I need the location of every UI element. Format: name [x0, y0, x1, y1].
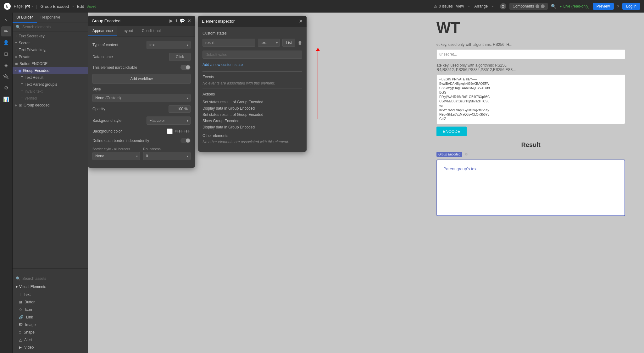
ve-icon[interactable]: ☆ Icon — [13, 306, 88, 313]
data-source-click-btn[interactable]: Click — [169, 53, 191, 61]
group-name-topbar: Group Encoded — [40, 4, 69, 9]
default-value-input[interactable] — [203, 51, 302, 59]
ve-expand-arrow[interactable]: ▾ — [16, 285, 18, 289]
close-icon-ge[interactable]: ✕ — [187, 18, 191, 23]
help-icon-topbar[interactable]: ? — [617, 4, 619, 9]
info-icon[interactable]: ℹ — [175, 18, 177, 23]
page-name: jwt — [25, 4, 30, 8]
ei-close-btn[interactable]: ✕ — [299, 18, 303, 24]
chat-icon[interactable]: 💬 — [180, 18, 185, 23]
logo: b — [4, 3, 11, 10]
separator: | — [36, 4, 37, 9]
login-btn[interactable]: Log in — [622, 3, 640, 10]
tree-item-text-secret[interactable]: T Text Secret key, — [13, 33, 88, 40]
visual-elements-header[interactable]: ▾ Visual Elements — [13, 283, 88, 291]
tree-item-secret[interactable]: ≡ Secret — [13, 40, 88, 46]
style-select[interactable]: None (Custom) — [92, 94, 191, 102]
tree-item-invalid-text[interactable]: T invalid text — [13, 88, 88, 95]
tab-responsive[interactable]: Responsive — [37, 13, 64, 23]
tree-item-text-parent[interactable]: T Text Parent group's — [13, 81, 88, 88]
tab-appearance[interactable]: Appearance — [88, 26, 117, 36]
issues-indicator[interactable]: ⚠ 0 issues — [434, 4, 453, 8]
view-chevron[interactable]: ▾ — [468, 5, 470, 8]
group-encoded-settings-icon[interactable]: ⚙ — [465, 152, 468, 156]
bg-style-select[interactable]: Flat color — [147, 117, 191, 125]
list-icon: ≡ — [15, 55, 17, 59]
preview-btn[interactable]: Preview — [593, 3, 614, 10]
pointer-tool[interactable]: ↖ — [1, 15, 11, 25]
opacity-input[interactable] — [169, 105, 191, 113]
ve-label: Link — [26, 315, 33, 319]
color-swatch[interactable] — [167, 128, 173, 134]
ei-body: Custom states text List 🗑 — [198, 27, 307, 152]
style-tool[interactable]: ◈ — [1, 60, 11, 70]
ve-video[interactable]: ▶ Video — [13, 344, 88, 351]
tab-conditional[interactable]: Conditional — [137, 26, 165, 36]
add-workflow-btn[interactable]: Add workflow — [92, 74, 191, 84]
components-btn[interactable]: Components — [509, 3, 548, 10]
data-tool[interactable]: 👤 — [1, 38, 11, 48]
type-of-content-select[interactable]: text — [147, 41, 191, 49]
delete-state-btn[interactable]: 🗑 — [298, 40, 302, 45]
text-icon: T — [15, 48, 17, 52]
page-chevron[interactable]: ▾ — [31, 5, 33, 8]
action-item-3[interactable]: Set states resul... of Group Encoded — [203, 111, 302, 118]
divider-2 — [203, 89, 302, 89]
edit-saved: Edit Saved — [77, 4, 97, 9]
tree-item-private[interactable]: ≡ Private — [13, 53, 88, 60]
group-icon-2: ▣ — [19, 103, 22, 107]
element-inspector-panel: Element inspector ✕ Custom states text L… — [198, 16, 307, 152]
tree-item-group-encoded[interactable]: ▾ ▣ Group Encoded — [13, 67, 88, 74]
analytics-tool[interactable]: 📊 — [1, 94, 11, 104]
add-state-btn[interactable]: Add a new custom state — [203, 62, 302, 67]
arrange-chevron[interactable]: ▾ — [492, 5, 494, 8]
ve-image[interactable]: 🖼 Image — [13, 321, 88, 329]
encode-button[interactable]: ENCODE — [436, 127, 467, 136]
workflow-tool[interactable]: ⊞ — [1, 49, 11, 59]
tab-ui-builder[interactable]: UI Builder — [13, 13, 37, 23]
action-item-5[interactable]: Display data in Group Encoded — [203, 124, 302, 130]
action-item-2[interactable]: Display data in Group Encoded — [203, 105, 302, 111]
tree-item-group-decoded[interactable]: ▶ ▣ Group decoded — [13, 102, 88, 109]
tree-item-text-private[interactable]: T Text Private key, — [13, 46, 88, 53]
search-icon-topbar[interactable]: 🔍 — [551, 4, 556, 9]
ve-link[interactable]: 🔗 Link — [13, 313, 88, 321]
arrange-btn[interactable]: Arrange — [474, 4, 488, 8]
expand-arrow-2[interactable]: ▶ — [15, 104, 17, 107]
divider-1 — [203, 71, 302, 72]
list-btn[interactable]: List — [282, 39, 295, 47]
state-name-input[interactable] — [203, 39, 255, 47]
edit-link[interactable]: Edit — [77, 4, 84, 9]
group-encoded-badge: Group Encoded — [436, 152, 462, 157]
ve-alert[interactable]: △ Alert — [13, 336, 88, 344]
tree-item-button-encode[interactable]: ⊞ Button ENCODE — [13, 60, 88, 67]
border-row: Border style - all borders None Roundnes… — [92, 147, 191, 160]
ve-text[interactable]: T Text — [13, 291, 88, 298]
ui-builder-tool[interactable]: ✏ — [1, 26, 11, 36]
search-elements-input[interactable] — [22, 25, 85, 29]
secret-input-box[interactable]: ur secret... — [436, 49, 625, 59]
tree-item-text-result[interactable]: T Text Result — [13, 74, 88, 81]
settings-tool[interactable]: ⚙ — [1, 83, 11, 93]
tree-item-verified[interactable]: T verified — [13, 95, 88, 102]
action-item-1[interactable]: Set states resul... of Group Encoded — [203, 99, 302, 105]
not-clickable-toggle[interactable] — [180, 65, 191, 70]
state-type-select[interactable]: text — [258, 39, 280, 47]
border-independent-toggle[interactable] — [180, 138, 191, 143]
action-item-4[interactable]: Show Group Encoded — [203, 118, 302, 124]
group-chevron[interactable]: ▾ — [72, 5, 74, 8]
expand-arrow[interactable]: ▾ — [15, 69, 17, 72]
border-style-select-wrap: None — [92, 152, 140, 160]
background-style-row: Background style Flat color — [92, 117, 191, 125]
roundness-select[interactable]: 0 — [143, 152, 191, 160]
border-style-select[interactable]: None — [92, 152, 140, 160]
play-icon[interactable]: ▶ — [169, 18, 173, 23]
tree-item-label: invalid text — [25, 89, 43, 94]
jwt-title: WT — [436, 19, 625, 36]
ve-shape[interactable]: □ Shape — [13, 329, 88, 336]
view-btn[interactable]: View — [456, 4, 464, 8]
plugin-tool[interactable]: 🔌 — [1, 72, 11, 82]
search-assets-input[interactable] — [22, 276, 85, 281]
tab-layout[interactable]: Layout — [117, 26, 137, 36]
ve-button[interactable]: ⊞ Button — [13, 298, 88, 306]
